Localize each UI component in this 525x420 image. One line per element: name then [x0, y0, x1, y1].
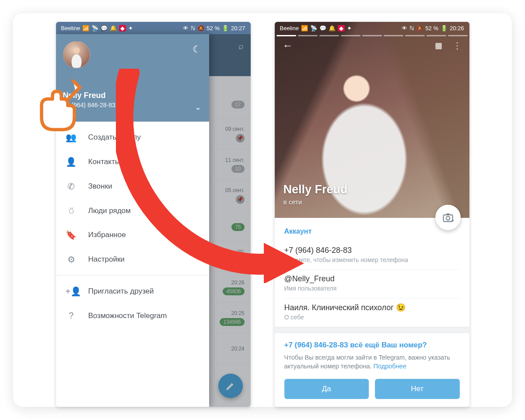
notification-icon: 🔔	[110, 25, 117, 32]
bio-value: Наиля. Клинический психолог 😉	[284, 303, 460, 312]
wifi-icon: 📡	[91, 25, 98, 32]
phone-value: +7 (964) 846-28-83	[284, 246, 460, 255]
phone-screenshot-profile: Beeline 📶 📡 💬 🔔 ◆ ✦ 👁 ℕ 🔕 52 % 🔋 20:26	[275, 22, 469, 407]
profile-name: Nelly Freud	[284, 183, 348, 196]
pointer-hand-icon	[31, 70, 96, 136]
svg-rect-0	[443, 215, 452, 221]
qr-icon[interactable]: ▦	[435, 41, 441, 50]
more-icon[interactable]: ⋮	[453, 40, 462, 51]
clock: 20:26	[450, 25, 464, 32]
chat-indicator-icon: 💬	[101, 25, 108, 32]
carrier-label: Beeline	[280, 25, 299, 32]
night-mode-icon[interactable]: ☾	[192, 44, 201, 55]
account-section: Аккаунт +7 (964) 846-28-83 Нажмите, чтоб…	[275, 218, 469, 327]
confirm-title: +7 (964) 846-28-83 всё ещё Ваш номер?	[284, 341, 460, 350]
profile-header: ← ▦ ⋮ Nelly Freud в сети	[275, 22, 469, 218]
section-label: Аккаунт	[284, 228, 460, 235]
menu-label: Звонки	[88, 182, 112, 191]
battery-percent: 52 %	[425, 25, 438, 32]
username-row[interactable]: @Nelly_Freud Имя пользователя	[284, 270, 460, 298]
mute-icon: 🔕	[416, 25, 423, 32]
menu-label: Настройки	[88, 255, 125, 264]
phone-row[interactable]: +7 (964) 846-28-83 Нажмите, чтобы измени…	[284, 242, 460, 270]
notification-icon: 🔔	[329, 25, 336, 32]
camera-icon	[442, 211, 454, 224]
nearby-icon: ⍥	[66, 206, 77, 216]
confirm-text: Чтобы Вы всегда могли зайти в Telegram, …	[284, 353, 460, 371]
username-hint: Имя пользователя	[284, 285, 460, 292]
profile-status: в сети	[284, 198, 348, 206]
no-button[interactable]: Нет	[375, 379, 460, 399]
nfc-icon: ℕ	[191, 25, 195, 32]
menu-settings[interactable]: ⚙Настройки	[56, 247, 209, 272]
shield-icon: ◆	[338, 25, 345, 32]
divider	[56, 275, 209, 276]
bio-hint: О себе	[284, 314, 460, 321]
phone-hint: Нажмите, чтобы изменить номер телефона	[284, 256, 460, 263]
help-icon: ?	[66, 311, 77, 321]
menu-people-nearby[interactable]: ⍥Люди рядом	[56, 199, 209, 223]
battery-percent: 52 %	[206, 25, 220, 32]
menu-faq[interactable]: ?Возможности Telegram	[56, 304, 209, 328]
eye-icon: 👁	[402, 25, 407, 32]
mute-icon: 🔕	[197, 25, 204, 32]
change-photo-fab[interactable]	[435, 205, 461, 230]
menu-contacts[interactable]: 👤Контакты	[56, 150, 209, 174]
drawer-menu: 👥Создать группу 👤Контакты ✆Звонки ⍥Люди …	[56, 122, 209, 407]
nfc-icon: ℕ	[410, 25, 414, 32]
phone-icon: ✆	[66, 181, 77, 192]
section-gap	[275, 327, 469, 333]
signal-icon: 📶	[301, 25, 308, 32]
clock: 20:27	[231, 25, 245, 32]
learn-more-link[interactable]: Подробнее	[374, 363, 406, 370]
battery-icon: 🔋	[441, 25, 448, 32]
person-icon: 👤	[66, 157, 77, 167]
button-label: Да	[322, 385, 331, 393]
confirm-number-card: +7 (964) 846-28-83 всё ещё Ваш номер? Чт…	[275, 333, 469, 407]
carrier-label: Beeline	[61, 25, 80, 32]
gear-icon: ⚙	[66, 254, 77, 265]
sparkle-icon: ✦	[128, 25, 133, 32]
back-icon[interactable]: ←	[283, 39, 293, 52]
menu-saved[interactable]: 🔖Избранное	[56, 223, 209, 247]
signal-icon: 📶	[82, 25, 89, 32]
eye-icon: 👁	[183, 25, 189, 32]
bio-row[interactable]: Наиля. Клинический психолог 😉 О себе	[284, 298, 460, 327]
menu-invite[interactable]: +👤Пригласить друзей	[56, 279, 209, 304]
menu-label: Контакты	[88, 158, 120, 166]
chevron-down-icon[interactable]: ⌄	[195, 102, 201, 112]
chat-indicator-icon: 💬	[319, 25, 326, 32]
menu-label: Пригласить друзей	[88, 287, 154, 296]
menu-label: Избранное	[88, 231, 126, 239]
battery-icon: 🔋	[222, 25, 229, 32]
menu-label: Люди рядом	[88, 206, 131, 215]
drawer-dim-overlay[interactable]	[209, 34, 251, 407]
yes-button[interactable]: Да	[284, 379, 369, 399]
photo-indicator	[275, 35, 469, 37]
menu-label: Возможности Telegram	[88, 312, 167, 320]
svg-point-1	[446, 217, 449, 220]
status-bar: Beeline 📶 📡 💬 🔔 ◆ ✦ 👁 ℕ 🔕 52 % 🔋 20:26	[275, 22, 469, 34]
username-value: @Nelly_Freud	[284, 274, 460, 284]
wifi-icon: 📡	[310, 25, 317, 32]
menu-calls[interactable]: ✆Звонки	[56, 174, 209, 199]
sparkle-icon: ✦	[347, 25, 352, 32]
confirm-text-body: Чтобы Вы всегда могли зайти в Telegram, …	[284, 354, 451, 370]
bookmark-icon: 🔖	[66, 230, 77, 240]
button-label: Нет	[411, 385, 424, 393]
shield-icon: ◆	[119, 25, 126, 32]
avatar[interactable]	[63, 41, 90, 68]
add-person-icon: +👤	[66, 286, 77, 297]
status-bar: Beeline 📶 📡 💬 🔔 ◆ ✦ 👁 ℕ 🔕 52 % 🔋 20:27	[56, 22, 251, 34]
